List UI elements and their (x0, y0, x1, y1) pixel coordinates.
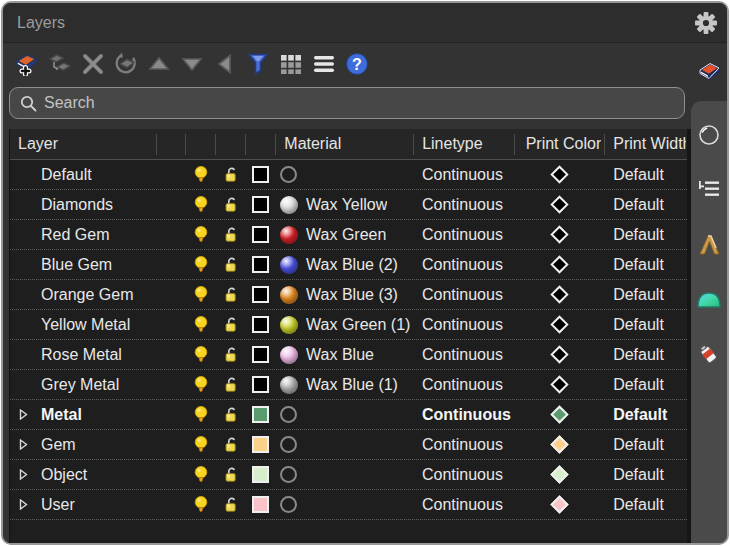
print-color-diamond[interactable] (551, 285, 569, 303)
layer-name[interactable]: Object (34, 466, 87, 484)
print-color-diamond[interactable] (551, 345, 569, 363)
layer-name[interactable]: Rose Metal (34, 346, 122, 364)
layer-name[interactable]: Yellow Metal (34, 316, 130, 334)
material-preview[interactable] (280, 316, 298, 334)
layer-name[interactable]: User (34, 496, 75, 514)
table-row[interactable]: Yellow Metal Wax Green (1) Continuous (10, 310, 687, 340)
layer-name[interactable]: Diamonds (34, 196, 113, 214)
linetype-value[interactable]: Continuous (414, 400, 515, 429)
lock-toggle[interactable] (216, 220, 246, 249)
column-header-linetype[interactable]: Linetype (414, 134, 514, 155)
layer-name[interactable]: Orange Gem (34, 286, 133, 304)
print-width-value[interactable]: Default (605, 490, 687, 519)
tools-menu-button[interactable] (307, 46, 340, 82)
layer-color-swatch[interactable] (252, 196, 269, 213)
lock-toggle[interactable] (216, 280, 246, 309)
lock-toggle[interactable] (216, 400, 246, 429)
print-width-value[interactable]: Default (605, 400, 687, 429)
material-name[interactable]: Wax Green (1) (306, 316, 410, 334)
visibility-toggle[interactable] (186, 340, 216, 369)
linetype-value[interactable]: Continuous (414, 340, 515, 369)
print-color-diamond[interactable] (551, 465, 569, 483)
layer-name[interactable]: Gem (34, 436, 76, 454)
lock-toggle[interactable] (216, 370, 246, 399)
layer-name[interactable]: Blue Gem (34, 256, 112, 274)
material-preview[interactable] (280, 346, 298, 364)
move-up-button[interactable] (142, 46, 175, 82)
material-name[interactable]: Wax Blue (2) (306, 256, 398, 274)
linetype-value[interactable]: Continuous (414, 490, 515, 519)
table-row[interactable]: Gem Continuous Default (10, 430, 687, 460)
linetype-value[interactable]: Continuous (414, 430, 515, 459)
column-header-visibility[interactable] (186, 134, 216, 155)
tab-layers[interactable] (691, 43, 727, 101)
linetype-value[interactable]: Continuous (414, 160, 515, 189)
print-color-diamond[interactable] (551, 495, 569, 513)
material-preview[interactable] (280, 286, 298, 304)
layer-color-swatch[interactable] (252, 286, 269, 303)
layer-name[interactable]: Grey Metal (34, 376, 119, 394)
material-name[interactable]: Wax Blue (306, 346, 374, 364)
visibility-toggle[interactable] (186, 190, 216, 219)
visibility-toggle[interactable] (186, 220, 216, 249)
column-header-lock[interactable] (216, 134, 246, 155)
linetype-value[interactable]: Continuous (414, 310, 515, 339)
material-name[interactable]: Wax Blue (3) (306, 286, 398, 304)
material-preview[interactable] (280, 376, 298, 394)
print-width-value[interactable]: Default (605, 250, 687, 279)
layer-color-swatch[interactable] (252, 376, 269, 393)
expand-arrow-icon[interactable] (19, 409, 29, 420)
tab-paint-tube[interactable] (691, 327, 727, 382)
print-color-diamond[interactable] (551, 375, 569, 393)
column-header-color[interactable] (246, 134, 277, 155)
gear-icon[interactable] (694, 11, 718, 35)
material-preview[interactable] (280, 196, 298, 214)
print-width-value[interactable]: Default (605, 460, 687, 489)
material-name[interactable]: Wax Blue (1) (306, 376, 398, 394)
layer-color-swatch[interactable] (252, 496, 269, 513)
column-header-material[interactable]: Material (276, 134, 414, 155)
print-width-value[interactable]: Default (605, 280, 687, 309)
expand-arrow-icon[interactable] (19, 499, 29, 510)
material-preview[interactable] (280, 466, 297, 483)
visibility-toggle[interactable] (186, 310, 216, 339)
print-width-value[interactable]: Default (605, 310, 687, 339)
expand-arrow-icon[interactable] (19, 469, 29, 480)
visibility-toggle[interactable] (186, 160, 216, 189)
table-row[interactable]: Orange Gem Wax Blue (3) Continuous (10, 280, 687, 310)
print-color-diamond[interactable] (551, 255, 569, 273)
layer-color-swatch[interactable] (252, 466, 269, 483)
table-row[interactable]: Metal Continuous Defau (10, 400, 687, 430)
linetype-value[interactable]: Continuous (414, 190, 515, 219)
layer-color-swatch[interactable] (252, 256, 269, 273)
linetype-value[interactable]: Continuous (414, 220, 515, 249)
tab-properties[interactable] (691, 107, 727, 162)
table-row[interactable]: User Continuous Defaul (10, 490, 687, 520)
material-name[interactable]: Wax Yellow (306, 196, 387, 214)
lock-toggle[interactable] (216, 250, 246, 279)
layer-color-swatch[interactable] (252, 346, 269, 363)
table-row[interactable]: Grey Metal Wax Blue (1) Continuous (10, 370, 687, 400)
visibility-toggle[interactable] (186, 460, 216, 489)
table-row[interactable]: Object Continuous Defa (10, 460, 687, 490)
layer-color-swatch[interactable] (252, 436, 269, 453)
material-preview[interactable] (280, 406, 297, 423)
delete-layer-button[interactable] (76, 46, 109, 82)
move-left-button[interactable] (208, 46, 241, 82)
layer-color-swatch[interactable] (252, 226, 269, 243)
linetype-value[interactable]: Continuous (414, 460, 515, 489)
material-preview[interactable] (280, 436, 297, 453)
move-down-button[interactable] (175, 46, 208, 82)
lock-toggle[interactable] (216, 490, 246, 519)
search-input[interactable] (44, 94, 674, 112)
layer-color-swatch[interactable] (252, 406, 269, 423)
material-preview[interactable] (280, 166, 297, 183)
visibility-toggle[interactable] (186, 400, 216, 429)
lock-toggle[interactable] (216, 190, 246, 219)
visibility-toggle[interactable] (186, 370, 216, 399)
help-button[interactable]: ? (340, 46, 373, 82)
material-name[interactable]: Wax Green (306, 226, 386, 244)
linetype-value[interactable]: Continuous (414, 370, 515, 399)
visibility-toggle[interactable] (186, 430, 216, 459)
print-color-diamond[interactable] (551, 195, 569, 213)
